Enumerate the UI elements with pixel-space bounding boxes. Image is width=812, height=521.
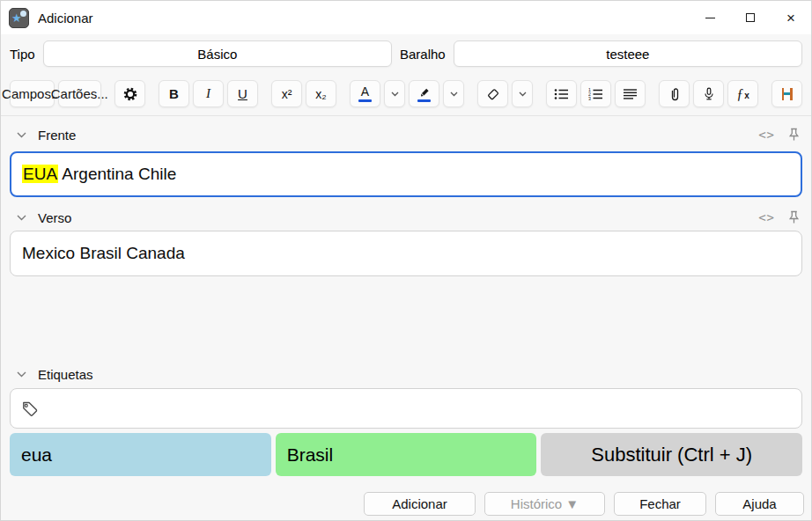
equations-button[interactable]: ƒ x [727, 80, 758, 107]
pin-icon[interactable] [787, 210, 801, 224]
window-title: Adicionar [38, 11, 93, 26]
front-field-label: Frente [38, 128, 76, 143]
front-field-text: EUA Argentina Chile [22, 165, 176, 184]
titlebar: ★ Adicionar × [1, 1, 811, 34]
notetype-deck-row: Tipo Básico Baralho testeee [10, 40, 802, 67]
fx-icon: ƒ x [736, 87, 749, 101]
maximize-button[interactable] [730, 1, 771, 34]
svg-text:3: 3 [588, 95, 591, 99]
remove-formatting-button[interactable] [477, 80, 508, 107]
html-h-icon [782, 88, 793, 100]
paperclip-icon [668, 87, 682, 101]
history-button[interactable]: Histórico ▼ [484, 492, 605, 516]
bullet-list-icon [554, 88, 569, 100]
close-icon: × [786, 11, 795, 26]
text-color-icon: A [358, 85, 372, 102]
tags-label: Etiquetas [38, 367, 93, 382]
footer-button-bar: Adicionar Histórico ▼ Fechar Ajuda [1, 486, 811, 520]
record-audio-button[interactable] [693, 80, 724, 107]
add-note-window: ★ Adicionar × Tipo Básico Baralho testee… [0, 0, 812, 521]
highlight-dropdown-button[interactable] [443, 80, 464, 107]
add-button[interactable]: Adicionar [364, 492, 476, 516]
toolbar-divider [1, 115, 811, 116]
back-field-input[interactable]: Mexico Brasil Canada [10, 231, 802, 276]
html-editor-toggle-icon[interactable]: <> [758, 128, 775, 142]
collapse-chevron-icon[interactable] [17, 215, 26, 221]
maximize-icon [746, 13, 755, 22]
window-controls: × [690, 1, 811, 34]
back-section-header: Verso <> [10, 206, 802, 229]
chevron-down-icon [519, 92, 527, 97]
align-justify-icon [624, 88, 638, 100]
back-field-text: Mexico Brasil Canada [22, 244, 185, 263]
help-button[interactable]: Ajuda [715, 492, 804, 516]
fields-button[interactable]: Campos... [10, 80, 55, 107]
html-toggle-button[interactable] [771, 80, 802, 107]
highlight-color-button[interactable] [409, 80, 439, 107]
tag-icon [20, 400, 39, 418]
notetype-select[interactable]: Básico [43, 40, 392, 67]
highlighted-text: EUA [22, 165, 58, 183]
tag-suggestion-brasil[interactable]: Brasil [276, 433, 537, 476]
deck-label: Baralho [400, 47, 446, 62]
editor-toolbar: Campos... Cartões... B I U x² x₂ A [10, 80, 802, 107]
tag-suggestion-row: eua Brasil Substituir (Ctrl + J) [10, 433, 802, 476]
tags-section-header: Etiquetas [10, 363, 802, 385]
deck-select[interactable]: testeee [454, 40, 802, 67]
italic-button[interactable]: I [193, 80, 224, 107]
chevron-down-icon [450, 92, 458, 97]
eraser-icon [485, 87, 500, 101]
ordered-list-button[interactable]: 1 2 3 [580, 80, 611, 107]
back-field-label: Verso [38, 210, 71, 225]
pin-icon[interactable] [787, 128, 801, 142]
app-icon: ★ [9, 8, 29, 28]
sparkle-dot-icon [20, 11, 26, 17]
chevron-down-icon [391, 92, 399, 97]
attachment-button[interactable] [659, 80, 690, 107]
justify-button[interactable] [615, 80, 646, 107]
close-dialog-button[interactable]: Fechar [614, 492, 706, 516]
minimize-icon [705, 18, 715, 18]
gear-icon [122, 86, 138, 102]
substitute-button[interactable]: Substituir (Ctrl + J) [541, 433, 802, 476]
settings-button[interactable] [114, 80, 145, 107]
type-label: Tipo [10, 47, 35, 62]
html-editor-toggle-icon[interactable]: <> [758, 210, 775, 224]
close-button[interactable]: × [771, 1, 811, 34]
superscript-button[interactable]: x² [271, 80, 302, 107]
front-field-input[interactable]: EUA Argentina Chile [10, 151, 802, 197]
remove-formatting-dropdown-button[interactable] [512, 80, 533, 107]
underline-button[interactable]: U [227, 80, 258, 107]
bullet-list-button[interactable] [546, 80, 577, 107]
front-section-header: Frente <> [10, 123, 802, 146]
ordered-list-icon: 1 2 3 [588, 88, 603, 100]
minimize-button[interactable] [690, 1, 730, 34]
collapse-chevron-icon[interactable] [17, 132, 26, 138]
text-color-dropdown-button[interactable] [384, 80, 405, 107]
tag-suggestion-eua[interactable]: eua [10, 433, 271, 476]
text-color-button[interactable]: A [350, 80, 380, 107]
tags-input[interactable] [10, 388, 802, 429]
subscript-button[interactable]: x₂ [306, 80, 336, 107]
bold-button[interactable]: B [159, 80, 189, 107]
cards-button[interactable]: Cartões... [58, 80, 101, 107]
collapse-chevron-icon[interactable] [17, 371, 26, 378]
microphone-icon [702, 87, 716, 101]
highlighter-icon [417, 86, 431, 102]
